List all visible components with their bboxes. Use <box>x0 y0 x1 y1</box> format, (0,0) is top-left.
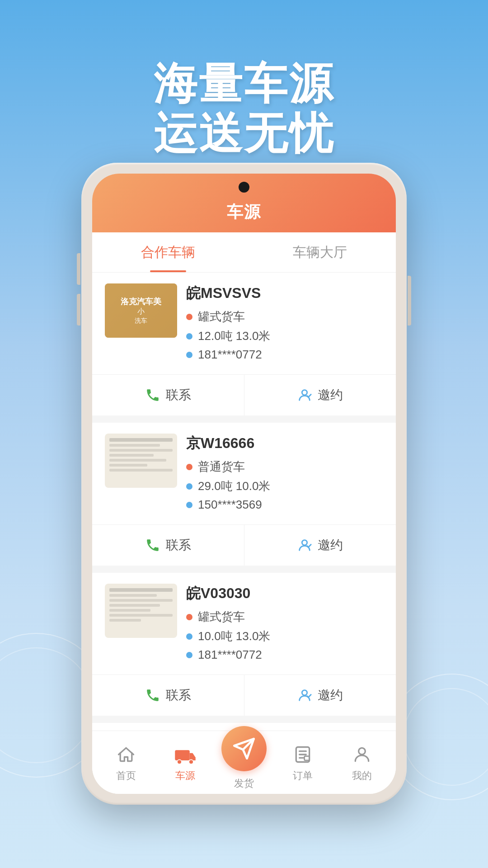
user-icon <box>350 743 374 766</box>
invite-icon-2 <box>297 538 312 553</box>
phone-shell: 车源 合作车辆 车辆大厅 <box>81 163 407 805</box>
contact-btn-3[interactable]: 联系 <box>92 675 244 716</box>
phone-icon-1 <box>145 387 160 403</box>
tab-hall[interactable]: 车辆大厅 <box>244 232 396 272</box>
type-2: 普通货车 <box>186 459 383 475</box>
hero-line2: 运送无忧 <box>0 108 488 158</box>
nav-vehicles[interactable]: 车源 <box>155 731 214 794</box>
svg-point-1 <box>302 540 307 545</box>
phone-icon-3 <box>145 688 160 703</box>
tabs-container: 合作车辆 车辆大厅 <box>92 232 396 273</box>
nav-mine-label: 我的 <box>352 769 372 783</box>
svg-point-9 <box>358 748 365 755</box>
svg-point-6 <box>189 760 193 764</box>
type-3: 罐式货车 <box>186 609 383 625</box>
card-actions-3: 联系 邀约 <box>92 675 396 716</box>
camera-notch <box>239 182 249 193</box>
invite-icon-1 <box>297 387 312 403</box>
nav-home-label: 首页 <box>116 769 136 783</box>
plate-1: 皖MSVSVS <box>186 283 383 303</box>
plate-3: 皖V03030 <box>186 584 383 604</box>
dot-phone-2 <box>186 502 192 508</box>
phone-icon-2 <box>145 538 160 553</box>
vehicle-card-1: 洛克汽车美 小 洗车 皖MSVSVS 罐式货车 <box>92 273 396 415</box>
invite-label-1: 邀约 <box>318 387 343 404</box>
svg-point-5 <box>177 760 182 764</box>
phone-1: 181****0772 <box>186 348 383 362</box>
hero-line1: 海量车源 <box>0 59 488 108</box>
weight-2: 29.0吨 10.0米 <box>186 478 383 494</box>
dot-2 <box>186 464 192 470</box>
phone-screen: 车源 合作车辆 车辆大厅 <box>92 174 396 794</box>
dot-weight-2 <box>186 483 192 490</box>
vehicles-list: 洛克汽车美 小 洗车 皖MSVSVS 罐式货车 <box>92 273 396 794</box>
vehicle-details-1: 皖MSVSVS 罐式货车 12.0吨 13.0米 1 <box>186 283 383 365</box>
nav-vehicles-label: 车源 <box>175 769 195 783</box>
send-icon <box>232 737 256 760</box>
dot-phone-1 <box>186 352 192 358</box>
plate-2: 京W16666 <box>186 434 383 453</box>
nav-send[interactable]: 发货 <box>215 731 273 794</box>
invite-btn-1[interactable]: 邀约 <box>244 375 396 415</box>
contact-label-2: 联系 <box>166 537 191 554</box>
svg-point-2 <box>302 690 307 695</box>
vol-up-button <box>77 253 80 285</box>
vehicle-details-2: 京W16666 普通货车 29.0吨 10.0米 1 <box>186 434 383 515</box>
weight-1: 12.0吨 13.0米 <box>186 328 383 344</box>
dot-weight-1 <box>186 333 192 340</box>
dot-phone-3 <box>186 652 192 658</box>
invite-btn-2[interactable]: 邀约 <box>244 525 396 566</box>
invite-label-3: 邀约 <box>318 687 343 704</box>
invite-label-2: 邀约 <box>318 537 343 554</box>
vehicle-details-3: 皖V03030 罐式货车 10.0吨 13.0米 1 <box>186 584 383 665</box>
vehicle-image-1: 洛克汽车美 小 洗车 <box>105 283 177 338</box>
dot-1 <box>186 314 192 320</box>
contact-btn-2[interactable]: 联系 <box>92 525 244 566</box>
nav-mine[interactable]: 我的 <box>333 731 391 794</box>
nav-orders-label: 订单 <box>293 769 313 783</box>
tab-cooperative[interactable]: 合作车辆 <box>92 232 244 272</box>
type-1: 罐式货车 <box>186 309 383 325</box>
dot-3 <box>186 614 192 620</box>
fab-circle <box>221 726 267 771</box>
contact-btn-1[interactable]: 联系 <box>92 375 244 415</box>
vol-down-button <box>77 294 80 326</box>
weight-3: 10.0吨 13.0米 <box>186 628 383 644</box>
bottom-nav: 首页 车源 <box>92 731 396 794</box>
nav-send-label: 发货 <box>234 777 254 790</box>
invite-icon-3 <box>297 688 312 703</box>
power-button <box>408 276 411 326</box>
svg-point-0 <box>302 390 307 395</box>
contact-label-3: 联系 <box>166 687 191 704</box>
contact-label-1: 联系 <box>166 387 191 404</box>
card-actions-1: 联系 邀约 <box>92 374 396 415</box>
card-actions-2: 联系 邀约 <box>92 524 396 566</box>
nav-home[interactable]: 首页 <box>97 731 155 794</box>
svg-rect-8 <box>305 756 310 760</box>
svg-rect-4 <box>175 750 190 760</box>
dot-weight-3 <box>186 633 192 640</box>
phone-2: 150****3569 <box>186 498 383 512</box>
home-icon <box>114 743 138 766</box>
vehicle-image-3 <box>105 584 177 638</box>
order-icon <box>291 743 314 766</box>
truck-icon <box>174 743 197 766</box>
invite-btn-3[interactable]: 邀约 <box>244 675 396 716</box>
nav-orders[interactable]: 订单 <box>273 731 332 794</box>
phone-3: 181****0772 <box>186 648 383 662</box>
vehicle-image-2 <box>105 434 177 488</box>
app-title: 车源 <box>227 201 261 223</box>
vehicle-card-3: 皖V03030 罐式货车 10.0吨 13.0米 1 <box>92 573 396 716</box>
vehicle-card-2: 京W16666 普通货车 29.0吨 10.0米 1 <box>92 423 396 566</box>
hero-section: 海量车源 运送无忧 <box>0 59 488 159</box>
